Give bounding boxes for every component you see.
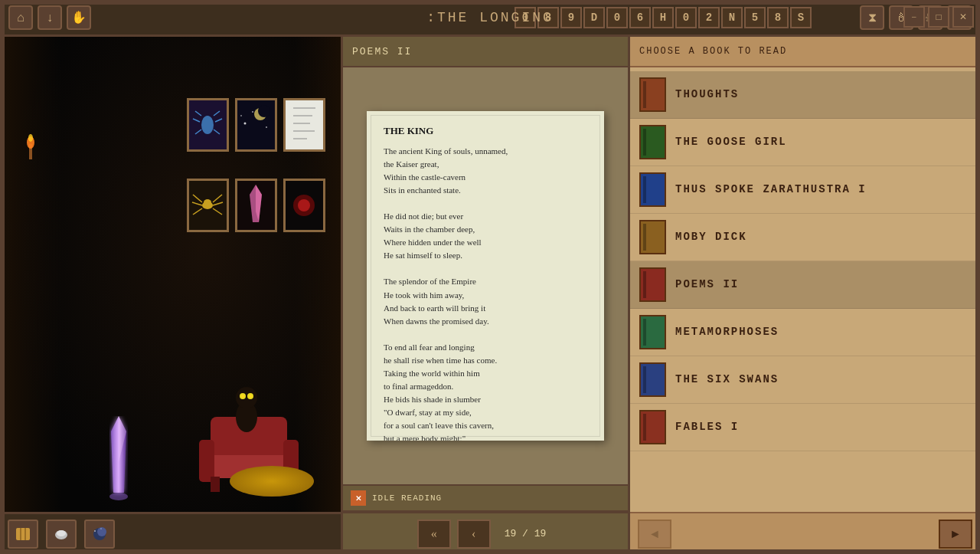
rune-digit: 2 [698,7,720,28]
svg-rect-66 [643,129,646,156]
rune-digit: N [721,7,743,28]
painting-night [235,98,277,152]
close-button[interactable]: ✕ [952,6,974,28]
painting-sketch [283,98,325,152]
svg-rect-74 [643,319,646,346]
svg-rect-76 [643,366,646,393]
svg-rect-41 [199,440,214,482]
svg-rect-43 [211,477,220,492]
book-label-metamorphoses: METAMORPHOSES [675,325,779,339]
book-panel: POEMS II THE KING The ancient King of so… [343,37,630,554]
tray-map[interactable] [8,520,38,549]
booklist-navigation: ◄ ► [630,512,980,554]
painting-crystal [235,179,277,232]
paintings-row2 [187,179,325,232]
booklist-next-button[interactable]: ► [939,520,972,549]
prev-page-button[interactable]: ‹ [457,520,491,549]
svg-rect-64 [643,81,646,108]
poem-body: The ancient King of souls, unnamed, the … [384,145,587,441]
booklist-header-text: CHOOSE A BOOK TO READ [639,46,787,57]
maximize-button[interactable]: □ [928,6,949,28]
svg-point-62 [100,528,102,529]
svg-point-46 [236,387,257,408]
rune-digit: 0 [606,7,628,28]
svg-point-12 [252,111,253,113]
svg-point-11 [244,123,247,125]
poem-title: THE KING [384,125,587,137]
svg-rect-70 [643,224,646,251]
game-title: :THE LONGING [426,10,554,25]
svg-point-14 [240,115,242,116]
book-label-moby-dick: MOBY DICK [675,230,747,244]
minimize-button[interactable]: − [903,6,925,28]
rune-digit: 9 [560,7,582,28]
booklist-panel: CHOOSE A BOOK TO READ THOUGHTSTHE GOOSE … [630,37,980,554]
book-navigation: « ‹ 19 / 19 [343,512,628,554]
booklist-header: CHOOSE A BOOK TO READ [630,37,980,67]
book-icon-fables [639,410,666,444]
book-list-item-zarathustra[interactable]: THUS SPOKE ZARATHUSTRA I [630,166,980,214]
rune-digit: 5 [744,7,766,28]
svg-point-38 [109,493,128,500]
magic-crystal [107,416,130,508]
book-list-item-metamorphoses[interactable]: METAMORPHOSES [630,309,980,356]
book-status-bar: ✕ IDLE READING [343,484,628,512]
book-label-six-swans: THE SIX SWANS [675,372,779,386]
book-icon-six-swans [639,362,666,397]
book-list-item-poems-ii[interactable]: POEMS II [630,261,980,309]
hand-icon[interactable]: ✋ [67,5,91,30]
book-list-item-six-swans[interactable]: THE SIX SWANS [630,356,980,404]
booklist-items: THOUGHTSTHE GOOSE GIRLTHUS SPOKE ZARATHU… [630,67,980,512]
painting-red [283,179,325,232]
painting-bug [187,98,229,152]
rune-digit: D [583,7,605,28]
book-icon-poems-ii [639,267,666,302]
menu-icon[interactable]: ⌂ [8,5,33,30]
book-page: THE KING The ancient King of souls, unna… [367,111,604,441]
hourglass-icon: ⧗ [860,5,884,30]
main-area: POEMS II THE KING The ancient King of so… [0,37,980,554]
book-icon-moby-dick [639,220,666,254]
svg-rect-54 [16,528,30,540]
svg-rect-72 [643,271,646,298]
arrow-icon[interactable]: ↓ [38,5,62,30]
book-list-item-goose-girl[interactable]: THE GOOSE GIRL [630,119,980,166]
booklist-prev-button[interactable]: ◄ [638,520,671,549]
rune-digit: S [790,7,812,28]
gold-pile [230,466,314,497]
book-label-zarathustra: THUS SPOKE ZARATHUSTRA I [675,182,867,196]
book-icon-zarathustra [639,172,666,207]
status-icon: ✕ [351,490,366,506]
book-list-item-moby-dick[interactable]: MOBY DICK [630,214,980,261]
svg-point-60 [97,527,106,536]
svg-point-53 [28,134,33,142]
first-page-button[interactable]: « [417,520,451,549]
svg-point-10 [258,105,270,117]
wall-torch [23,129,38,162]
svg-point-50 [249,395,252,398]
rune-digit: 8 [767,7,789,28]
rune-digit: 6 [629,7,651,28]
book-list-item-thoughts[interactable]: THOUGHTS [630,71,980,119]
titlebar: ⌂ :THE LONGING ↓ ✋ 089D06H02N58S ⧗ 🕯 ☠ ♛… [0,0,980,37]
book-icon-goose-girl [639,125,666,159]
tray-moon[interactable] [84,520,115,549]
svg-rect-68 [643,176,646,203]
svg-point-61 [94,530,96,532]
svg-point-49 [241,395,244,398]
book-icon-metamorphoses [639,315,666,349]
svg-point-35 [298,199,310,211]
svg-point-13 [266,126,267,128]
game-scene [0,37,343,554]
character [226,375,268,439]
book-content: THE KING The ancient King of souls, unna… [343,67,628,484]
paintings-row1 [187,98,325,152]
book-icon-thoughts [639,77,666,112]
book-list-item-fables[interactable]: FABLES I [630,404,980,451]
window-controls: − □ ✕ [903,6,974,28]
status-text: IDLE READING [372,493,442,503]
book-label-thoughts: THOUGHTS [675,87,739,101]
tray-stone[interactable] [46,520,77,549]
book-header: POEMS II [343,37,628,67]
svg-point-1 [201,116,214,134]
